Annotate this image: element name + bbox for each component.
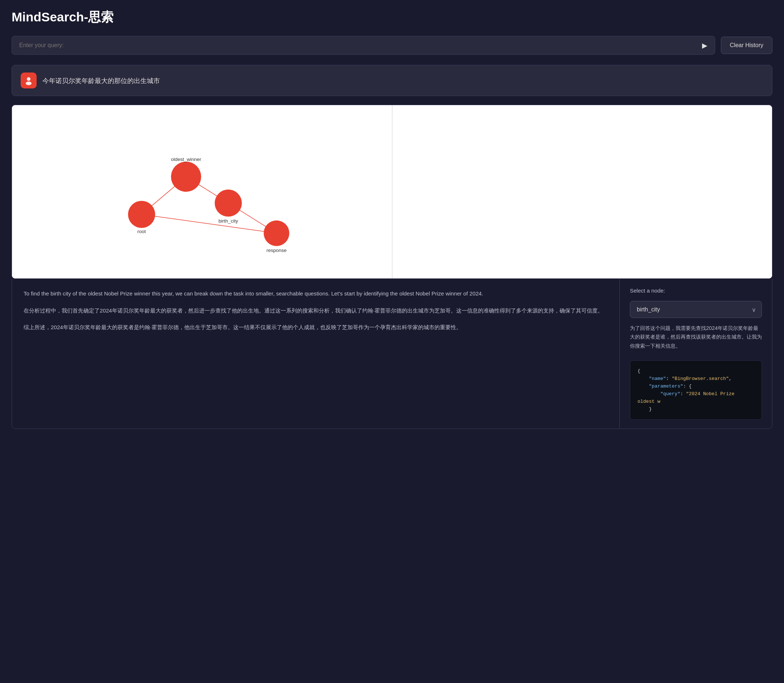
code-params-key: "parameters": [649, 383, 683, 389]
code-name-key: "name": [649, 376, 666, 382]
search-input[interactable]: [16, 36, 699, 55]
code-block: { "name": "BingBrowser.search", "paramet…: [630, 360, 762, 420]
code-query-key: "query": [660, 391, 680, 397]
node-root: [128, 201, 155, 228]
node-oldest-label: oldest_winner: [171, 157, 201, 162]
svg-point-1: [27, 77, 31, 81]
text-paragraph-3: 综上所述，2024年诺贝尔奖年龄最大的获奖者是约翰·霍普菲尔德，他出生于芝加哥市…: [24, 323, 608, 332]
app-title: MindSearch-思索: [11, 9, 773, 26]
graph-svg: root oldest_winner birth_city response: [12, 105, 392, 278]
text-panel: To find the birth city of the oldest Nob…: [12, 279, 620, 428]
code-name-value: "BingBrowser.search": [672, 376, 729, 382]
node-birth-label: birth_city: [218, 218, 238, 224]
edge-root-response: [141, 214, 276, 233]
node-select[interactable]: root oldest_winner birth_city response: [630, 301, 762, 318]
query-row: 今年诺贝尔奖年龄最大的那位的出生城市: [11, 65, 773, 96]
code-brace-open: {: [638, 368, 640, 374]
node-select-wrapper: root oldest_winner birth_city response: [630, 301, 762, 318]
code-brace-close: }: [649, 406, 652, 412]
clear-history-button[interactable]: Clear History: [721, 37, 773, 54]
query-text: 今年诺贝尔奖年龄最大的那位的出生城市: [42, 76, 160, 85]
query-icon: [21, 72, 37, 88]
select-label: Select a node:: [630, 287, 762, 293]
bottom-section: To find the birth city of the oldest Nob…: [11, 279, 773, 429]
right-panel: Select a node: root oldest_winner birth_…: [620, 279, 772, 428]
graph-right: [392, 105, 773, 278]
node-oldest-winner: [171, 162, 201, 192]
node-root-label: root: [137, 229, 146, 234]
code-colon-3: :: [680, 391, 686, 397]
main-content: root oldest_winner birth_city response T…: [11, 105, 773, 429]
graph-left: root oldest_winner birth_city response: [12, 105, 392, 278]
svg-point-2: [26, 82, 32, 85]
text-paragraph-2: 在分析过程中，我们首先确定了2024年诺贝尔奖年龄最大的获奖者，然后进一步查找了…: [24, 306, 608, 316]
search-row: ▶ Clear History: [11, 36, 773, 55]
code-query-value: "2024 Nobel Prize oldest w: [638, 391, 735, 404]
node-birth-city: [215, 189, 242, 217]
text-paragraph-1: To find the birth city of the oldest Nob…: [24, 289, 608, 299]
code-colon-1: :: [666, 376, 672, 382]
search-container: ▶: [11, 36, 715, 55]
search-submit-button[interactable]: ▶: [699, 38, 710, 53]
graph-panel: root oldest_winner birth_city response: [11, 105, 773, 279]
node-response: [263, 220, 289, 246]
right-description: 为了回答这个问题，我需要先查找2024年诺贝尔奖年龄最大的获奖者是谁，然后再查找…: [630, 324, 762, 350]
code-colon-2: : {: [683, 383, 692, 389]
node-response-label: response: [267, 248, 287, 253]
